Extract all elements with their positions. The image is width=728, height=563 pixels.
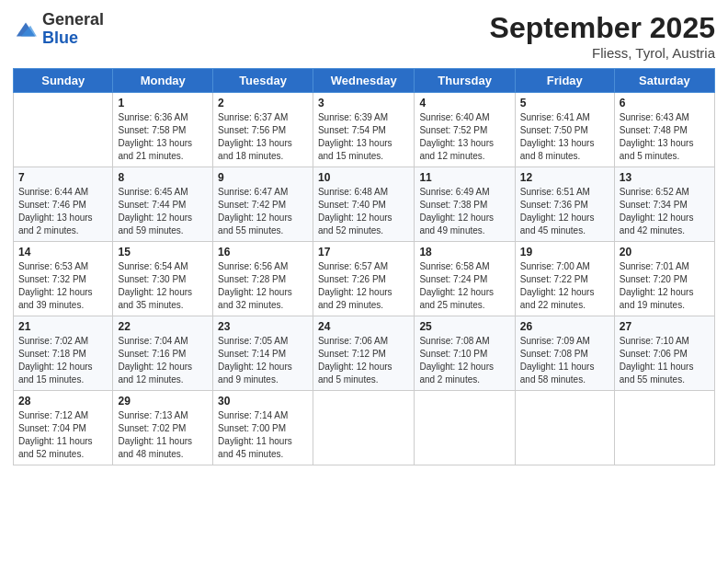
calendar-cell: 8Sunrise: 6:45 AM Sunset: 7:44 PM Daylig… [113, 167, 213, 242]
weekday-header: Saturday [614, 69, 714, 93]
day-info: Sunrise: 6:49 AM Sunset: 7:38 PM Dayligh… [419, 186, 509, 237]
calendar-cell: 12Sunrise: 6:51 AM Sunset: 7:36 PM Dayli… [515, 167, 614, 242]
calendar-cell: 26Sunrise: 7:09 AM Sunset: 7:08 PM Dayli… [515, 316, 614, 391]
day-info: Sunrise: 7:00 AM Sunset: 7:22 PM Dayligh… [520, 260, 609, 312]
day-number: 14 [18, 246, 108, 259]
calendar-cell: 24Sunrise: 7:06 AM Sunset: 7:12 PM Dayli… [313, 316, 414, 391]
day-info: Sunrise: 7:01 AM Sunset: 7:20 PM Dayligh… [620, 260, 710, 312]
day-number: 12 [520, 171, 609, 184]
month-title: September 2025 [490, 11, 715, 45]
day-number: 6 [620, 97, 710, 109]
logo-icon [13, 19, 39, 40]
day-info: Sunrise: 6:37 AM Sunset: 7:56 PM Dayligh… [218, 111, 308, 163]
day-number: 25 [419, 320, 509, 333]
calendar-week-row: 7Sunrise: 6:44 AM Sunset: 7:46 PM Daylig… [14, 167, 715, 242]
day-number: 28 [18, 395, 108, 408]
calendar-cell: 16Sunrise: 6:56 AM Sunset: 7:28 PM Dayli… [213, 242, 313, 316]
page-container: General Blue September 2025 Fliess, Tyro… [0, 0, 728, 477]
day-info: Sunrise: 6:45 AM Sunset: 7:44 PM Dayligh… [118, 186, 208, 237]
day-number: 8 [118, 171, 208, 184]
weekday-header: Monday [113, 69, 213, 93]
day-number: 19 [520, 246, 609, 259]
logo-general: General [42, 10, 104, 29]
day-number: 1 [118, 97, 208, 109]
calendar-cell: 2Sunrise: 6:37 AM Sunset: 7:56 PM Daylig… [213, 93, 313, 167]
day-number: 3 [318, 97, 409, 109]
day-info: Sunrise: 7:02 AM Sunset: 7:18 PM Dayligh… [18, 335, 108, 386]
day-number: 13 [620, 171, 710, 184]
calendar-cell: 10Sunrise: 6:48 AM Sunset: 7:40 PM Dayli… [313, 167, 414, 242]
day-info: Sunrise: 6:57 AM Sunset: 7:26 PM Dayligh… [318, 260, 409, 312]
calendar-cell: 9Sunrise: 6:47 AM Sunset: 7:42 PM Daylig… [213, 167, 313, 242]
weekday-header: Thursday [415, 69, 515, 93]
day-number: 2 [218, 97, 308, 109]
calendar-week-row: 28Sunrise: 7:12 AM Sunset: 7:04 PM Dayli… [14, 391, 715, 465]
calendar-cell: 27Sunrise: 7:10 AM Sunset: 7:06 PM Dayli… [614, 316, 714, 391]
day-info: Sunrise: 6:54 AM Sunset: 7:30 PM Dayligh… [118, 260, 208, 312]
logo-text: General Blue [42, 11, 104, 48]
calendar-cell: 15Sunrise: 6:54 AM Sunset: 7:30 PM Dayli… [113, 242, 213, 316]
day-info: Sunrise: 6:41 AM Sunset: 7:50 PM Dayligh… [520, 111, 609, 163]
day-number: 23 [218, 320, 308, 333]
calendar-cell: 30Sunrise: 7:14 AM Sunset: 7:00 PM Dayli… [213, 391, 313, 465]
day-info: Sunrise: 6:52 AM Sunset: 7:34 PM Dayligh… [620, 186, 710, 237]
day-number: 11 [419, 171, 509, 184]
calendar-cell: 3Sunrise: 6:39 AM Sunset: 7:54 PM Daylig… [313, 93, 414, 167]
weekday-header: Tuesday [213, 69, 313, 93]
calendar-cell: 29Sunrise: 7:13 AM Sunset: 7:02 PM Dayli… [113, 391, 213, 465]
calendar-cell [14, 93, 113, 167]
calendar-week-row: 14Sunrise: 6:53 AM Sunset: 7:32 PM Dayli… [14, 242, 715, 316]
calendar-cell: 5Sunrise: 6:41 AM Sunset: 7:50 PM Daylig… [515, 93, 614, 167]
day-number: 22 [118, 320, 208, 333]
day-number: 26 [520, 320, 609, 333]
calendar: SundayMondayTuesdayWednesdayThursdayFrid… [13, 68, 715, 465]
day-number: 7 [18, 171, 108, 184]
calendar-cell [515, 391, 614, 465]
calendar-cell: 22Sunrise: 7:04 AM Sunset: 7:16 PM Dayli… [113, 316, 213, 391]
calendar-cell: 17Sunrise: 6:57 AM Sunset: 7:26 PM Dayli… [313, 242, 414, 316]
day-info: Sunrise: 6:48 AM Sunset: 7:40 PM Dayligh… [318, 186, 409, 237]
day-number: 9 [218, 171, 308, 184]
day-info: Sunrise: 6:36 AM Sunset: 7:58 PM Dayligh… [118, 111, 208, 163]
calendar-cell: 11Sunrise: 6:49 AM Sunset: 7:38 PM Dayli… [415, 167, 515, 242]
day-info: Sunrise: 6:44 AM Sunset: 7:46 PM Dayligh… [18, 186, 108, 237]
day-number: 10 [318, 171, 409, 184]
day-info: Sunrise: 6:53 AM Sunset: 7:32 PM Dayligh… [18, 260, 108, 312]
day-number: 15 [118, 246, 208, 259]
day-info: Sunrise: 6:43 AM Sunset: 7:48 PM Dayligh… [620, 111, 710, 163]
day-number: 20 [620, 246, 710, 259]
day-info: Sunrise: 7:06 AM Sunset: 7:12 PM Dayligh… [318, 335, 409, 386]
location: Fliess, Tyrol, Austria [490, 45, 715, 61]
header: General Blue September 2025 Fliess, Tyro… [13, 11, 715, 61]
calendar-cell: 19Sunrise: 7:00 AM Sunset: 7:22 PM Dayli… [515, 242, 614, 316]
calendar-cell: 1Sunrise: 6:36 AM Sunset: 7:58 PM Daylig… [113, 93, 213, 167]
day-info: Sunrise: 7:14 AM Sunset: 7:00 PM Dayligh… [218, 409, 308, 461]
weekday-header-row: SundayMondayTuesdayWednesdayThursdayFrid… [14, 69, 715, 93]
day-info: Sunrise: 7:04 AM Sunset: 7:16 PM Dayligh… [118, 335, 208, 386]
calendar-cell [614, 391, 714, 465]
day-info: Sunrise: 7:13 AM Sunset: 7:02 PM Dayligh… [118, 409, 208, 461]
weekday-header: Wednesday [313, 69, 414, 93]
calendar-week-row: 1Sunrise: 6:36 AM Sunset: 7:58 PM Daylig… [14, 93, 715, 167]
calendar-cell: 7Sunrise: 6:44 AM Sunset: 7:46 PM Daylig… [14, 167, 113, 242]
day-number: 4 [419, 97, 509, 109]
day-info: Sunrise: 6:51 AM Sunset: 7:36 PM Dayligh… [520, 186, 609, 237]
calendar-cell: 6Sunrise: 6:43 AM Sunset: 7:48 PM Daylig… [614, 93, 714, 167]
weekday-header: Sunday [14, 69, 113, 93]
calendar-cell: 25Sunrise: 7:08 AM Sunset: 7:10 PM Dayli… [415, 316, 515, 391]
calendar-cell: 13Sunrise: 6:52 AM Sunset: 7:34 PM Dayli… [614, 167, 714, 242]
calendar-cell: 14Sunrise: 6:53 AM Sunset: 7:32 PM Dayli… [14, 242, 113, 316]
logo-blue: Blue [42, 29, 78, 47]
calendar-cell: 4Sunrise: 6:40 AM Sunset: 7:52 PM Daylig… [415, 93, 515, 167]
day-number: 24 [318, 320, 409, 333]
day-number: 29 [118, 395, 208, 408]
day-number: 18 [419, 246, 509, 259]
day-info: Sunrise: 7:12 AM Sunset: 7:04 PM Dayligh… [18, 409, 108, 461]
day-info: Sunrise: 7:05 AM Sunset: 7:14 PM Dayligh… [218, 335, 308, 386]
day-number: 17 [318, 246, 409, 259]
day-info: Sunrise: 7:09 AM Sunset: 7:08 PM Dayligh… [520, 335, 609, 386]
title-block: September 2025 Fliess, Tyrol, Austria [490, 11, 715, 61]
calendar-cell: 28Sunrise: 7:12 AM Sunset: 7:04 PM Dayli… [14, 391, 113, 465]
weekday-header: Friday [515, 69, 614, 93]
logo: General Blue [13, 11, 104, 48]
